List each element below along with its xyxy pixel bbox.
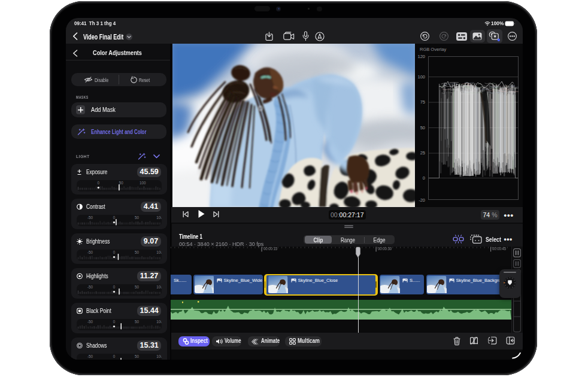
svg-text:0: 0 [113, 354, 115, 358]
svg-text:100: 100 [156, 285, 162, 289]
svg-text:100: 100 [156, 354, 162, 358]
svg-text:50: 50 [134, 215, 139, 220]
svg-text:100: 100 [156, 320, 162, 324]
svg-text:0: 0 [113, 215, 115, 220]
svg-text:50: 50 [119, 181, 123, 185]
svg-text:0: 0 [113, 320, 115, 324]
svg-text:100: 100 [156, 215, 162, 220]
svg-text:100: 100 [140, 181, 146, 185]
svg-text:-50: -50 [87, 320, 93, 324]
svg-text:-50: -50 [87, 215, 93, 220]
svg-text:0: 0 [113, 285, 115, 289]
svg-text:50: 50 [134, 354, 139, 358]
svg-text:-50: -50 [87, 354, 93, 358]
svg-text:0: 0 [97, 181, 99, 185]
svg-text:-50: -50 [87, 285, 93, 289]
svg-text:50: 50 [134, 285, 139, 289]
svg-text:50: 50 [134, 320, 139, 324]
